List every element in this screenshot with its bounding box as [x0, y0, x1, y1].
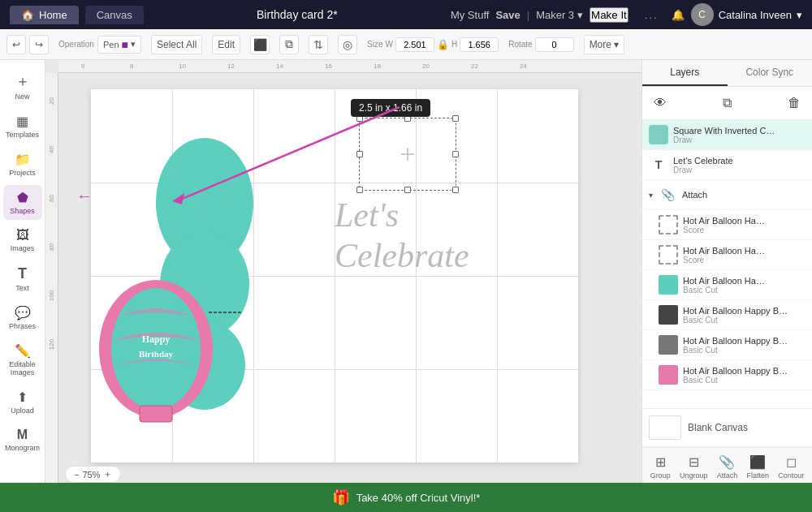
- blank-canvas-thumb: [649, 415, 681, 440]
- more-button[interactable]: More ▾: [584, 35, 625, 54]
- zoom-indicator[interactable]: − 75% ＋: [65, 466, 121, 483]
- layer-item-basiccut-teal[interactable]: Hot Air Balloon Ha… Basic Cut: [642, 270, 812, 300]
- flatten-icon: ⬛: [749, 454, 766, 470]
- group-label: Group: [650, 471, 671, 480]
- right-panel: Layers Color Sync 👁 ⧉ 🗑 Square With Inve…: [641, 60, 812, 486]
- offset-button[interactable]: ◎: [338, 35, 357, 54]
- layer-item-square[interactable]: Square With Inverted C… Draw: [642, 120, 812, 150]
- layer-info-score-1: Hot Air Balloon Ha… Score: [683, 216, 806, 234]
- bell-icon[interactable]: 🔔: [672, 9, 685, 21]
- sidebar-item-phrases[interactable]: 💬 Phrases: [3, 300, 42, 335]
- flatten-button[interactable]: ⬛ Flatten: [743, 453, 772, 481]
- group-button[interactable]: ⊞ Group: [647, 453, 674, 481]
- flatten-label: Flatten: [746, 471, 769, 480]
- edit-button[interactable]: Edit: [212, 35, 240, 54]
- left-sidebar: ＋ New ▦ Templates 📁 Projects ⬟ Shapes 🖼 …: [0, 60, 45, 486]
- sidebar-item-text[interactable]: T Text: [3, 260, 42, 297]
- undo-redo-group: ↩ ↪: [6, 35, 49, 54]
- operation-select[interactable]: Pen ■ ▾: [97, 36, 141, 54]
- lets-celebrate-text: Let'sCelebrate: [335, 195, 469, 277]
- templates-icon: ▦: [16, 114, 28, 129]
- tab-color-sync[interactable]: Color Sync: [728, 60, 813, 86]
- layer-sub-basiccut-dark1: Basic Cut: [683, 316, 806, 325]
- select-all-button[interactable]: Select All: [151, 35, 202, 54]
- sidebar-item-monogram[interactable]: M Monogram: [3, 423, 42, 457]
- save-button[interactable]: Save: [495, 9, 520, 21]
- canvas-tab[interactable]: Canvas: [85, 6, 144, 24]
- layer-item-attach[interactable]: ▾ 📎 Attach: [642, 180, 812, 210]
- operation-value: Pen: [103, 40, 119, 49]
- redo-button[interactable]: ↪: [29, 35, 49, 54]
- sidebar-item-editable-images[interactable]: ✏️ Editable Images: [3, 338, 42, 381]
- h-label: H: [451, 40, 457, 49]
- selection-box[interactable]: [359, 118, 456, 191]
- canvas-area[interactable]: 6 8 10 12 14 16 18 20 22 24 20 40 60 80 …: [45, 60, 641, 486]
- sidebar-item-projects[interactable]: 📁 Projects: [3, 147, 42, 182]
- ungroup-button[interactable]: ⊟ Ungroup: [676, 453, 711, 481]
- height-input[interactable]: [460, 37, 499, 52]
- user-name: Catalina Inveen: [719, 9, 792, 21]
- width-input[interactable]: [395, 37, 434, 52]
- layer-sub-score-2: Score: [683, 256, 806, 265]
- ungroup-label: Ungroup: [680, 471, 708, 480]
- operation-label: Operation: [58, 40, 94, 49]
- layer-thumb-attach: 📎: [658, 185, 677, 204]
- layer-sub-square: Draw: [673, 136, 806, 144]
- blank-canvas-row[interactable]: Blank Canvas: [642, 408, 812, 447]
- panel-bottom-toolbar: ⊞ Group ⊟ Ungroup 📎 Attach ⬛ Flatten ◻ C…: [642, 447, 812, 486]
- sidebar-item-projects-label: Projects: [9, 169, 36, 177]
- machine-selector[interactable]: Maker 3 ▾: [536, 9, 583, 21]
- sidebar-item-images[interactable]: 🖼 Images: [3, 223, 42, 257]
- layer-item-celebrate[interactable]: T Let's Celebrate Draw: [642, 150, 812, 180]
- sidebar-item-upload[interactable]: ⬆ Upload: [3, 385, 42, 419]
- layer-info-attach: Attach: [682, 190, 806, 200]
- layer-item-basiccut-pink[interactable]: Hot Air Balloon Happy B… Basic Cut: [642, 360, 812, 390]
- flip-button[interactable]: ⇅: [309, 35, 328, 54]
- panel-copy-button[interactable]: ⧉: [716, 92, 739, 114]
- layer-name-celebrate: Let's Celebrate: [673, 156, 806, 166]
- size-tooltip: 2.5 in x 1.66 in: [351, 99, 430, 117]
- size-label: Size: [367, 40, 382, 49]
- panel-eye-button[interactable]: 👁: [649, 92, 672, 114]
- attach-button[interactable]: 📎 Attach: [714, 453, 741, 481]
- layer-info-score-2: Hot Air Balloon Ha… Score: [683, 246, 806, 265]
- rotate-input[interactable]: [535, 37, 574, 52]
- more-dots[interactable]: ...: [645, 9, 659, 21]
- layer-info-celebrate: Let's Celebrate Draw: [673, 156, 806, 174]
- balloon-birthday: Happy Birthday: [91, 276, 221, 441]
- sidebar-item-monogram-label: Monogram: [5, 444, 40, 452]
- user-area[interactable]: C Catalina Inveen ▾: [691, 3, 802, 26]
- panel-delete-button[interactable]: 🗑: [783, 92, 806, 114]
- layer-item-basiccut-dark1[interactable]: Hot Air Balloon Happy B… Basic Cut: [642, 300, 812, 330]
- sidebar-item-shapes[interactable]: ⬟ Shapes: [3, 185, 42, 220]
- layer-name-score-2: Hot Air Balloon Ha…: [683, 246, 806, 256]
- attach-chevron-icon: ▾: [649, 191, 653, 200]
- align-button[interactable]: ⬛: [250, 35, 270, 54]
- make-it-button[interactable]: Make It: [590, 7, 628, 23]
- layer-item-basiccut-dark2[interactable]: Hot Air Balloon Happy B… Basic Cut: [642, 330, 812, 360]
- tab-layers[interactable]: Layers: [642, 60, 728, 86]
- sidebar-item-shapes-label: Shapes: [10, 207, 35, 215]
- layer-item-score-1[interactable]: Hot Air Balloon Ha… Score: [642, 210, 812, 240]
- undo-button[interactable]: ↩: [6, 35, 26, 54]
- zoom-in-icon[interactable]: ＋: [103, 468, 112, 480]
- sidebar-item-new[interactable]: ＋ New: [3, 67, 42, 105]
- sidebar-item-templates[interactable]: ▦ Templates: [3, 109, 42, 144]
- arrange-button[interactable]: ⧉: [279, 35, 299, 54]
- sidebar-item-new-label: New: [15, 93, 29, 101]
- shapes-icon: ⬟: [17, 190, 28, 205]
- zoom-out-icon[interactable]: −: [74, 470, 79, 480]
- home-tab[interactable]: 🏠 Home: [10, 6, 79, 24]
- user-chevron-icon: ▾: [797, 9, 802, 21]
- canvas-content[interactable]: Happy Birthday Let'sCelebrate: [58, 73, 641, 467]
- sidebar-item-templates-label: Templates: [6, 131, 39, 139]
- lock-icon[interactable]: 🔒: [437, 39, 449, 50]
- layer-item-score-2[interactable]: Hot Air Balloon Ha… Score: [642, 240, 812, 270]
- layer-name-basiccut-teal: Hot Air Balloon Ha…: [683, 276, 806, 286]
- operation-chevron-icon: ▾: [131, 39, 136, 49]
- promo-bar[interactable]: 🎁 Take 40% off Cricut Vinyl!*: [0, 483, 812, 512]
- title-bar: 🏠 Home Canvas Birthday card 2* My Stuff …: [0, 0, 812, 29]
- sidebar-item-text-label: Text: [15, 284, 29, 292]
- my-stuff-link[interactable]: My Stuff: [451, 9, 489, 21]
- contour-button[interactable]: ◻ Contour: [775, 453, 807, 481]
